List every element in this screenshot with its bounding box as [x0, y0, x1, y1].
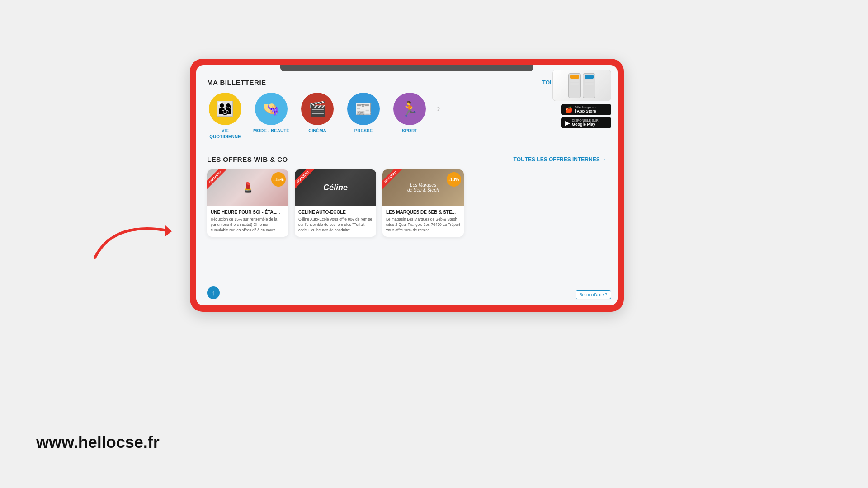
presse-icon: 📰 [347, 93, 380, 125]
categories-container: 👨‍👩‍👧 VIEQUOTIDIENNE 👒 MODE - BEAUTÉ [207, 93, 607, 142]
seb-steph-logo: Les Marquesde Seb & Steph [406, 181, 441, 194]
section-divider [207, 149, 607, 149]
website-url: www.hellocse.fr [36, 433, 160, 452]
offer-card-celine[interactable]: Céline CELINE AUTO-ECOLE Céline Auto-Eco… [295, 169, 376, 237]
app-store-name: l'App Store [575, 109, 597, 113]
category-circle-sport: 🏃 [393, 93, 426, 125]
upload-icon: ↑ [212, 289, 215, 296]
discount-badge-1: -15% [271, 172, 286, 187]
mode-beaute-icon: 👒 [255, 93, 288, 125]
app-store-text: Télécharger sur l'App Store [575, 106, 597, 113]
phone-screen-1 [568, 73, 581, 98]
category-label-cinema: CINÉMA [308, 128, 326, 134]
discount-badge-3: -10% [447, 172, 461, 187]
offer-image-celine: Céline [295, 169, 376, 206]
category-label-vie: VIEQUOTIDIENNE [209, 128, 241, 140]
offres-section-header: LES OFFRES WIB & CO TOUTES LES OFFRES IN… [207, 155, 607, 163]
google-play-name: Google Play [572, 122, 599, 127]
offer-desc-celine: Céline Auto-Ecole vous offre 80€ de remi… [298, 217, 373, 233]
cinema-icon: 🎬 [301, 93, 334, 125]
category-mode-beaute[interactable]: 👒 MODE - BEAUTÉ [253, 93, 289, 134]
category-circle-cinema: 🎬 [301, 93, 334, 125]
offer-title-celine: CELINE AUTO-ECOLE [298, 209, 373, 215]
sport-icon: 🏃 [393, 93, 426, 125]
billetterie-title: MA BILLETTERIE [207, 79, 266, 86]
device-frame: MA BILLETTERIE TOUTES LES OFFRES → 👨‍👩‍👧… [190, 59, 624, 312]
category-label-presse: PRESSE [354, 128, 373, 134]
app-store-sub-label: Télécharger sur [575, 106, 597, 109]
offer-img-icon-1: 💄 [242, 182, 254, 193]
content-area: MA BILLETTERIE TOUTES LES OFFRES → 👨‍👩‍👧… [196, 71, 618, 305]
store-buttons-container: 🍎 Télécharger sur l'App Store ▶ DISPONIB… [561, 104, 611, 128]
google-play-sub-label: DISPONIBLE SUR [572, 119, 599, 122]
offer-card-une-heure[interactable]: -15% 💄 UNE HEURE POUR SOI - ÉTAL... Rédu… [207, 169, 288, 237]
ribbon-nouveau-3 [382, 169, 409, 196]
offer-body-celine: CELINE AUTO-ECOLE Céline Auto-Ecole vous… [295, 206, 376, 237]
carousel-next-arrow[interactable]: › [432, 102, 445, 114]
help-button[interactable]: Besoin d'aide ? [576, 290, 611, 299]
offer-image-une-heure: -15% 💄 [207, 169, 288, 206]
category-circle-vie: 👨‍👩‍👧 [209, 93, 241, 125]
app-promo-area: 🍎 Télécharger sur l'App Store ▶ DISPONIB… [543, 71, 611, 128]
google-play-icon: ▶ [565, 119, 570, 127]
category-label-mode: MODE - BEAUTÉ [253, 128, 289, 134]
offer-card-seb[interactable]: -10% Les Marquesde Seb & Steph LES MARQU… [382, 169, 464, 237]
category-circle-mode: 👒 [255, 93, 288, 125]
celine-logo: Céline [323, 183, 348, 192]
offres-title: LES OFFRES WIB & CO [207, 155, 288, 163]
ribbon-nouveau-1 [207, 169, 233, 196]
vie-quotidienne-icon: 👨‍👩‍👧 [209, 93, 241, 125]
offers-row: -15% 💄 UNE HEURE POUR SOI - ÉTAL... Rédu… [207, 169, 607, 237]
category-sport[interactable]: 🏃 SPORT [392, 93, 428, 134]
phone-screen-2 [583, 73, 595, 98]
offer-desc-une-heure: Réduction de 15% sur l'ensemble de la pa… [211, 217, 285, 233]
offer-title-seb: LES MARQUES DE SEB & STE... [386, 209, 460, 215]
svg-marker-0 [165, 225, 172, 236]
categories-row: 👨‍👩‍👧 VIEQUOTIDIENNE 👒 MODE - BEAUTÉ [207, 93, 428, 140]
device-screen: MA BILLETTERIE TOUTES LES OFFRES → 👨‍👩‍👧… [196, 65, 618, 305]
arrow-annotation [77, 194, 203, 276]
google-play-button[interactable]: ▶ DISPONIBLE SUR Google Play [561, 117, 611, 128]
offer-image-seb: -10% Les Marquesde Seb & Steph [382, 169, 464, 206]
phone-mockup [552, 71, 611, 101]
offer-body-seb: LES MARQUES DE SEB & STE... Le magasin L… [382, 206, 464, 237]
back-upload-button[interactable]: ↑ [207, 286, 220, 299]
offres-all-internal-link[interactable]: TOUTES LES OFFRES INTERNES → [514, 156, 607, 163]
offer-desc-seb: Le magasin Les Marques de Seb & Steph si… [386, 217, 460, 233]
offer-title-une-heure: UNE HEURE POUR SOI - ÉTAL... [211, 209, 285, 215]
phone-mockup-inner [568, 73, 595, 98]
apple-icon: 🍎 [565, 106, 573, 113]
top-navigation-bar [280, 65, 533, 71]
category-vie-quotidienne[interactable]: 👨‍👩‍👧 VIEQUOTIDIENNE [207, 93, 243, 140]
category-label-sport: SPORT [402, 128, 417, 134]
ribbon-nouveau-2 [295, 169, 321, 196]
app-store-button[interactable]: 🍎 Télécharger sur l'App Store [561, 104, 611, 115]
offer-body-une-heure: UNE HEURE POUR SOI - ÉTAL... Réduction d… [207, 206, 288, 237]
google-play-text: DISPONIBLE SUR Google Play [572, 119, 599, 127]
category-presse[interactable]: 📰 PRESSE [345, 93, 382, 134]
category-circle-presse: 📰 [347, 93, 380, 125]
category-cinema[interactable]: 🎬 CINÉMA [299, 93, 335, 134]
